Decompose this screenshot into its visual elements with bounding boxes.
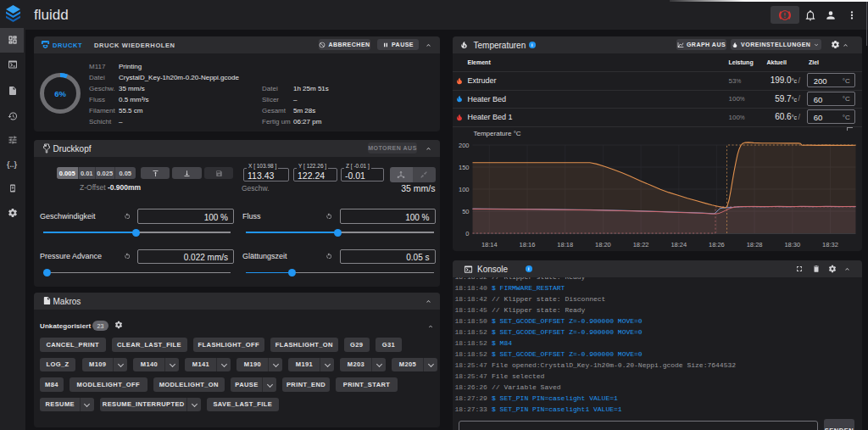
svg-text:18:26: 18:26 bbox=[709, 241, 725, 249]
svg-text:0: 0 bbox=[465, 230, 469, 237]
svg-text:18:30: 18:30 bbox=[784, 241, 800, 249]
svg-text:50: 50 bbox=[462, 208, 469, 215]
svg-text:200: 200 bbox=[458, 142, 469, 149]
svg-text:18:20: 18:20 bbox=[595, 241, 611, 249]
svg-text:6%: 6% bbox=[54, 89, 66, 98]
svg-text:100: 100 bbox=[458, 186, 469, 193]
svg-text:18:32: 18:32 bbox=[822, 241, 838, 249]
svg-text:18:24: 18:24 bbox=[670, 241, 687, 249]
svg-text:18:16: 18:16 bbox=[519, 241, 535, 249]
svg-text:Temperature °C: Temperature °C bbox=[473, 130, 520, 137]
svg-text:18:18: 18:18 bbox=[557, 241, 573, 249]
svg-text:18:28: 18:28 bbox=[746, 241, 762, 249]
svg-text:18:14: 18:14 bbox=[481, 241, 497, 249]
svg-text:18:22: 18:22 bbox=[632, 241, 648, 249]
svg-text:150: 150 bbox=[458, 164, 469, 171]
